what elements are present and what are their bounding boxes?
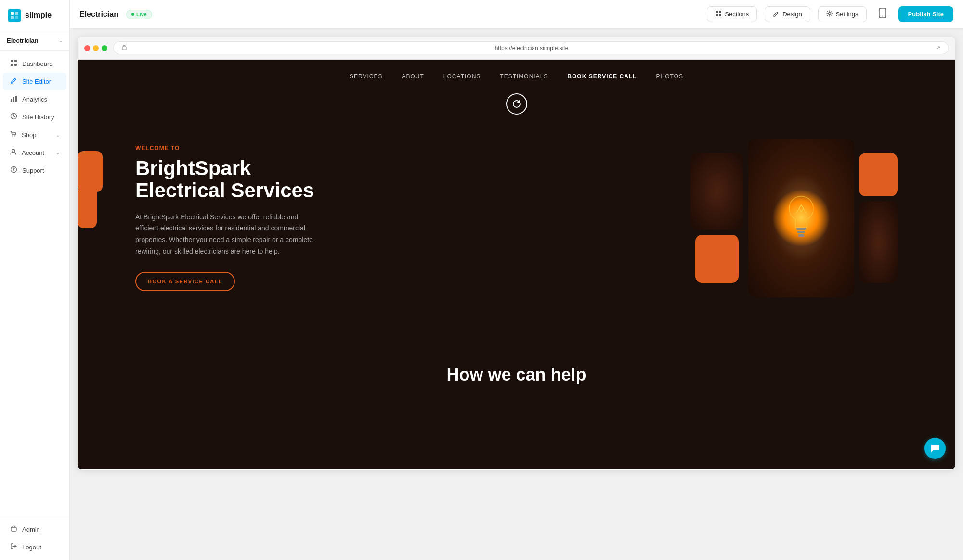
svg-point-12 [12,136,13,137]
sidebar-item-label: Shop [22,131,36,139]
svg-point-24 [882,16,883,17]
sections-icon [715,10,722,18]
settings-button[interactable]: Settings [818,6,867,22]
hero-img-top-left [690,153,743,230]
sections-button[interactable]: Sections [707,6,757,22]
sidebar-item-label: Account [22,149,44,156]
site-nav-photos[interactable]: PHOTOS [656,73,683,80]
hero-orange-block-bottom-left [695,235,739,283]
site-nav-about[interactable]: ABOUT [402,73,424,80]
sidebar-item-label: Site Editor [22,78,51,85]
svg-rect-3 [15,16,18,19]
browser-toolbar: https://electrician.siimple.site ↗ [78,37,955,60]
svg-point-16 [13,170,13,171]
how-section: How we can help [78,336,955,395]
sidebar-item-label: Dashboard [22,60,53,67]
main-area: Electrician Live Sections Design Setting… [70,0,963,560]
dashboard-icon [10,59,17,68]
svg-rect-10 [15,96,17,102]
logo-icon [8,9,21,22]
how-title: How we can help [135,365,898,385]
site-nav-services[interactable]: SERVICES [350,73,382,80]
svg-rect-20 [716,14,718,16]
svg-rect-19 [719,11,721,13]
sidebar-item-admin[interactable]: Admin [3,521,66,538]
cta-button[interactable]: BOOK A SERVICE CALL [135,272,235,291]
live-label: Live [136,12,147,17]
svg-rect-8 [11,99,12,102]
svg-rect-25 [122,47,126,50]
settings-label: Settings [836,11,859,18]
svg-rect-27 [797,231,805,233]
sidebar-item-label: Analytics [22,96,47,103]
logo-text: siimple [25,11,52,20]
sidebar-item-site-editor[interactable]: Site Editor [3,73,66,90]
sidebar-item-analytics[interactable]: Analytics [3,90,66,108]
sidebar-item-shop[interactable]: Shop ⌄ [3,126,66,143]
design-label: Design [782,11,802,18]
admin-icon [10,525,17,534]
site-editor-icon [10,77,17,86]
hero-img-bottom-right [859,201,898,283]
svg-point-13 [14,136,15,137]
browser-window: https://electrician.siimple.site ↗ SERVI… [78,37,955,470]
logo-area: siimple [0,0,69,31]
address-bar[interactable]: https://electrician.siimple.site ↗ [113,41,949,54]
hero-text: WELCOME TO BrightSpark Electrical Servic… [135,145,662,291]
sidebar-item-account[interactable]: Account ⌄ [3,144,66,161]
chevron-down-icon: ⌄ [56,132,60,138]
site-nav-book[interactable]: BOOK SERVICE CALL [567,73,637,80]
design-icon [773,10,780,18]
svg-rect-4 [11,60,13,62]
sidebar-item-site-history[interactable]: Site History [3,108,66,126]
header: Electrician Live Sections Design Setting… [70,0,963,29]
sidebar-item-dashboard[interactable]: Dashboard [3,55,66,72]
sections-label: Sections [725,11,749,18]
sidebar-item-label: Site History [22,114,54,121]
decorative-block-1 [78,151,103,192]
shop-icon [10,130,17,139]
sidebar-item-support[interactable]: Support [3,162,66,179]
chevron-down-icon: ⌄ [56,150,60,155]
site-selector-name: Electrician [7,37,39,44]
sync-icon [506,93,527,115]
settings-icon [826,10,833,18]
hero-bulb-image [748,139,854,297]
chat-bubble[interactable] [924,438,946,459]
site-selector[interactable]: Electrician ⌄ [0,31,69,51]
site-nav-locations[interactable]: LOCATIONS [443,73,481,80]
analytics-icon [10,95,17,103]
close-button-dot[interactable] [84,45,90,51]
sidebar-item-label: Admin [22,526,40,533]
svg-point-14 [12,149,15,152]
svg-rect-9 [13,97,14,102]
svg-rect-21 [719,14,721,16]
maximize-button-dot[interactable] [102,45,107,51]
publish-button[interactable]: Publish Site [898,6,953,22]
svg-rect-26 [796,228,806,230]
design-button[interactable]: Design [765,6,810,22]
sidebar-bottom: Admin Logout [0,516,69,560]
sync-icon-container [78,93,955,115]
live-badge: Live [126,10,152,19]
traffic-lights [84,45,107,51]
header-site-name: Electrician [79,10,118,19]
sidebar: siimple Electrician ⌄ Dashboard Site Edi… [0,0,70,560]
hero-section: WELCOME TO BrightSpark Electrical Servic… [78,119,955,336]
decorative-block-2 [78,187,97,228]
mobile-preview-icon[interactable] [874,4,891,25]
svg-rect-18 [716,11,718,13]
support-icon [10,166,17,175]
sidebar-item-label: Logout [22,544,41,551]
svg-rect-6 [11,64,13,66]
svg-rect-17 [11,527,16,531]
sidebar-item-logout[interactable]: Logout [3,538,66,556]
hero-title: BrightSpark Electrical Services [135,157,662,202]
history-icon [10,113,17,121]
svg-rect-5 [14,60,17,62]
minimize-button-dot[interactable] [93,45,99,51]
site-navigation: SERVICES ABOUT LOCATIONS TESTIMONIALS BO… [78,60,955,93]
svg-point-22 [828,13,831,15]
external-link-icon[interactable]: ↗ [936,45,940,51]
site-nav-testimonials[interactable]: TESTIMONIALS [500,73,548,80]
